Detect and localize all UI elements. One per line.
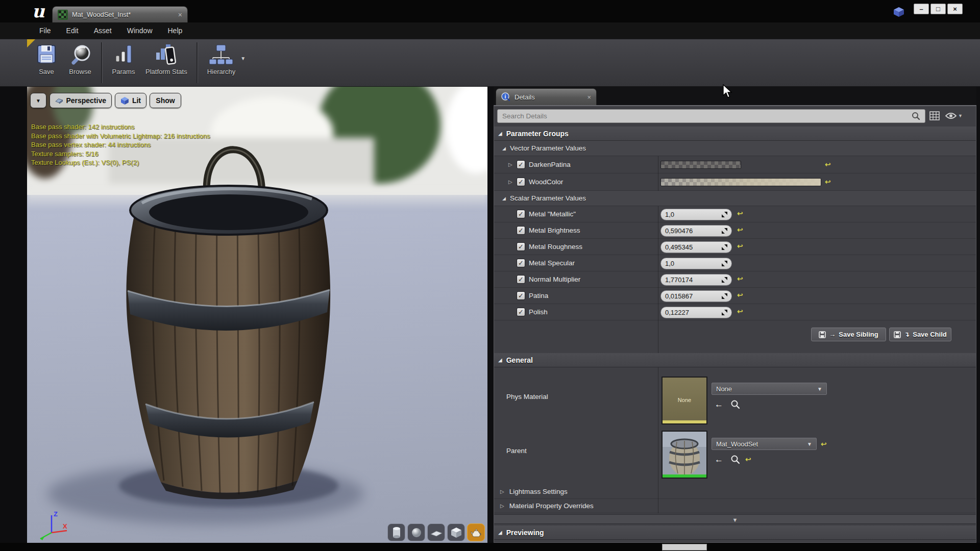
metal-roughness-value-field[interactable]: 0,495345 [660, 241, 732, 253]
metal-metallic-checkbox[interactable]: ✓ [517, 210, 525, 218]
caret-down-icon: ▼ [958, 113, 963, 118]
browse-magnifier-icon [68, 43, 92, 66]
scalar-param-row: ✓ Patina 0,015867 ↩ [494, 288, 976, 304]
reset-to-default-icon[interactable]: ↩ [745, 456, 751, 463]
use-selected-asset-icon[interactable]: ← [715, 455, 723, 464]
save-floppy-icon [35, 43, 58, 66]
advanced-expander[interactable]: ▼ [494, 514, 976, 524]
previewing-header[interactable]: ◢ Previewing [494, 525, 976, 540]
window-maximize-button[interactable]: □ [930, 4, 946, 14]
menu-asset[interactable]: Asset [86, 22, 119, 39]
cube-icon [450, 526, 463, 539]
metal-brightness-value-field[interactable]: 0,590476 [660, 225, 732, 237]
asset-tab-title: Mat_WoodSet_Inst* [72, 11, 175, 18]
woodcolor-checkbox[interactable]: ✓ [517, 178, 525, 186]
viewport-options-dropdown[interactable]: ▼ [30, 93, 46, 108]
reset-to-default-icon[interactable]: ↩ [737, 308, 743, 315]
reset-to-default-icon[interactable]: ↩ [737, 210, 743, 217]
material-property-overrides-row[interactable]: ▷ Material Property Overrides [494, 499, 976, 513]
expand-row-icon[interactable]: ▷ [508, 179, 512, 185]
metal-brightness-checkbox[interactable]: ✓ [517, 226, 525, 235]
metal-roughness-checkbox[interactable]: ✓ [517, 242, 525, 251]
expand-row-icon[interactable]: ▷ [508, 162, 512, 167]
use-selected-asset-icon[interactable]: ← [715, 400, 723, 409]
save-sibling-button[interactable]: → Save Sibling [811, 328, 886, 341]
scalar-param-row: ✓ Metal "Metallic" 1,0 ↩ [494, 206, 976, 222]
perspective-button[interactable]: Perspective [50, 93, 112, 108]
window-minimize-button[interactable]: – [914, 4, 929, 14]
normal-multiplier-value-field[interactable]: 1,770174 [660, 274, 732, 286]
previewing-partial-field[interactable] [662, 544, 707, 550]
toolbar-separator [101, 42, 103, 83]
drag-value-icon [722, 244, 727, 250]
patina-checkbox[interactable]: ✓ [517, 291, 525, 300]
hierarchy-dropdown-caret-icon[interactable]: ▼ [240, 56, 246, 61]
metal-specular-value-field[interactable]: 1,0 [660, 258, 732, 269]
scalar-param-row: ✓ Metal Roughness 0,495345 ↩ [494, 239, 976, 255]
menu-window[interactable]: Window [119, 22, 160, 39]
search-input[interactable] [497, 109, 925, 123]
preview-shape-sphere-button[interactable] [407, 523, 425, 541]
browse-to-asset-icon[interactable] [731, 455, 740, 464]
preview-shape-plane-button[interactable] [427, 523, 445, 541]
reset-to-default-icon[interactable]: ↩ [821, 440, 827, 447]
drag-value-icon [722, 293, 727, 299]
patina-value-field[interactable]: 0,015867 [660, 290, 732, 302]
menu-file[interactable]: File [32, 22, 59, 39]
hierarchy-button[interactable]: Hierarchy [202, 39, 241, 86]
asset-tab-close-icon[interactable]: × [178, 11, 182, 19]
darkenpatina-checkbox[interactable]: ✓ [517, 160, 525, 169]
darkenpatina-color-swatch[interactable] [660, 161, 741, 169]
scalar-param-row: ✓ Polish 0,12227 ↩ [494, 304, 976, 320]
preview-shape-cylinder-button[interactable] [387, 523, 405, 541]
reset-to-default-icon[interactable]: ↩ [737, 226, 743, 233]
axis-gizmo: Z X [35, 508, 74, 542]
lit-mode-button[interactable]: Lit [115, 93, 146, 108]
reset-to-default-icon[interactable]: ↩ [737, 275, 743, 282]
details-tab[interactable]: i Details × [496, 88, 597, 105]
browse-button[interactable]: Browse [63, 39, 97, 86]
details-tab-close-icon[interactable]: × [587, 93, 591, 101]
preview-shape-teapot-button[interactable] [467, 523, 485, 541]
scalar-param-row: ✓ Metal Specular 1,0 [494, 255, 976, 271]
platform-stats-button[interactable]: Platform Stats [140, 39, 192, 86]
asset-tab[interactable]: Mat_WoodSet_Inst* × [52, 6, 188, 22]
view-options-button[interactable]: ▼ [945, 112, 963, 119]
caret-down-icon: ▼ [36, 98, 41, 104]
metal-specular-checkbox[interactable]: ✓ [517, 259, 525, 267]
woodcolor-color-swatch[interactable] [660, 178, 821, 186]
menu-help[interactable]: Help [160, 22, 190, 39]
parent-barrel-preview [663, 432, 706, 477]
scalar-parameter-values-header[interactable]: ◢ Scalar Parameter Values [494, 191, 976, 206]
general-header[interactable]: ◢ General [494, 353, 976, 367]
vector-parameter-values-header[interactable]: ◢ Vector Parameter Values [494, 141, 976, 156]
parent-material-thumbnail[interactable] [662, 431, 707, 479]
toolbar-separator [197, 42, 198, 83]
normal-multiplier-checkbox[interactable]: ✓ [517, 275, 525, 284]
save-child-button[interactable]: ↴ Save Child [889, 328, 951, 341]
polish-value-field[interactable]: 0,12227 [660, 307, 732, 318]
phys-material-thumbnail[interactable]: None [662, 377, 707, 424]
phys-material-dropdown[interactable]: None ▼ [712, 383, 827, 395]
show-button[interactable]: Show [150, 93, 181, 108]
preview-shape-cube-button[interactable] [447, 523, 465, 541]
reset-to-default-icon[interactable]: ↩ [737, 242, 743, 249]
lightmass-settings-row[interactable]: ▷ Lightmass Settings [494, 485, 976, 499]
reset-to-default-icon[interactable]: ↩ [825, 161, 831, 168]
browse-to-asset-icon[interactable] [731, 400, 740, 409]
metal-metallic-value-field[interactable]: 1,0 [660, 209, 732, 220]
viewport[interactable]: ▼ Perspective Lit Show [27, 87, 487, 543]
parameter-groups-header[interactable]: ◢ Parameter Groups [494, 127, 976, 141]
menu-edit[interactable]: Edit [59, 22, 86, 39]
phys-material-label: Phys Material [506, 393, 548, 400]
parent-dropdown[interactable]: Mat_WoodSet ▼ [712, 438, 817, 450]
stat-line: Texture Lookups (Est.): VS(0), PS(2) [31, 158, 210, 167]
display-grid-icon[interactable] [929, 111, 940, 121]
polish-checkbox[interactable]: ✓ [517, 308, 525, 316]
reset-to-default-icon[interactable]: ↩ [737, 291, 743, 298]
reset-to-default-icon[interactable]: ↩ [825, 178, 831, 185]
save-button[interactable]: Save [30, 39, 63, 86]
window-close-button[interactable]: × [947, 4, 963, 14]
params-button[interactable]: Params [107, 39, 140, 86]
search-icon [912, 112, 920, 120]
